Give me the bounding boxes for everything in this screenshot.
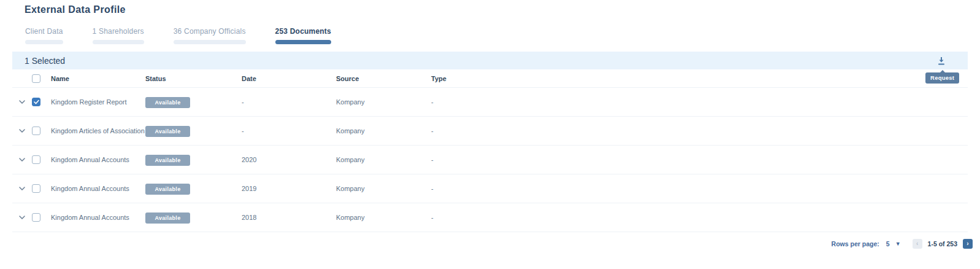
chevron-down-icon (19, 129, 25, 133)
table-row: Kingdom Articles of Association Availabl… (12, 117, 968, 146)
document-type: - (431, 156, 968, 163)
row-expand-button[interactable] (12, 100, 32, 104)
document-type: - (431, 214, 968, 221)
document-source: Kompany (336, 185, 431, 192)
pagination-range: 1-5 of 253 (928, 240, 957, 248)
row-checkbox[interactable] (32, 98, 40, 106)
document-name: Kingdom Annual Accounts (51, 185, 145, 192)
document-type: - (431, 98, 968, 106)
tab-label: Client Data (25, 27, 63, 36)
previous-page-button[interactable]: ‹ (913, 239, 922, 249)
tab-documents[interactable]: 253 Documents (264, 27, 342, 44)
table-row: Kingdom Annual Accounts Available 2020 K… (12, 146, 968, 174)
tab-label: 253 Documents (275, 27, 331, 36)
row-checkbox[interactable] (32, 155, 40, 164)
chevron-down-icon[interactable]: ▼ (895, 241, 901, 247)
selected-count: 1 Selected (25, 56, 65, 66)
document-source: Kompany (336, 127, 431, 134)
document-date: 2018 (242, 214, 336, 221)
document-name: Kingdom Annual Accounts (51, 214, 145, 221)
status-cell: Available (145, 96, 242, 108)
status-badge: Available (145, 184, 190, 195)
row-checkbox[interactable] (32, 213, 40, 222)
row-expand-button[interactable] (12, 129, 32, 133)
row-checkbox[interactable] (32, 184, 40, 193)
row-expand-button[interactable] (12, 158, 32, 162)
tab-label: 1 Shareholders (93, 27, 144, 36)
table-row: Kingdom Annual Accounts Available 2019 K… (12, 174, 968, 203)
table-row: Kingdom Register Report Available - Komp… (12, 88, 968, 117)
row-expand-button[interactable] (12, 187, 32, 190)
next-page-button[interactable]: › (963, 239, 973, 249)
document-source: Kompany (336, 156, 431, 163)
document-source: Kompany (336, 214, 431, 221)
status-cell: Available (145, 182, 242, 195)
chevron-down-icon (19, 100, 25, 104)
status-badge: Available (145, 97, 190, 108)
column-header-date: Date (242, 75, 336, 82)
tab-company-officials[interactable]: 36 Company Officials (163, 27, 257, 44)
download-button[interactable] (935, 54, 948, 68)
status-cell: Available (145, 125, 242, 137)
rows-per-page-value[interactable]: 5 (886, 240, 890, 248)
tab-underline (93, 40, 144, 44)
document-name: Kingdom Register Report (51, 98, 145, 106)
row-expand-button[interactable] (12, 216, 32, 219)
status-cell: Available (145, 211, 242, 224)
tab-underline (275, 40, 331, 44)
status-badge: Available (145, 155, 190, 166)
column-header-source: Source (336, 75, 431, 82)
download-icon (937, 57, 946, 66)
table-header-row: Name Status Date Source Type (12, 69, 968, 88)
document-date: 2020 (242, 156, 336, 163)
selection-bar: 1 Selected Request (12, 52, 968, 69)
document-name: Kingdom Annual Accounts (51, 156, 145, 163)
document-type: - (431, 185, 968, 192)
pagination-bar: Rows per page: 5 ▼ ‹ 1-5 of 253 › (0, 239, 973, 249)
chevron-down-icon (19, 216, 25, 219)
document-type: - (431, 127, 968, 134)
document-date: 2019 (242, 185, 336, 192)
table-body: Kingdom Register Report Available - Komp… (0, 88, 980, 232)
document-source: Kompany (336, 98, 431, 106)
row-checkbox[interactable] (32, 127, 40, 135)
document-date: - (242, 98, 336, 106)
document-date: - (242, 127, 336, 134)
status-badge: Available (145, 126, 190, 137)
rows-per-page-label: Rows per page: (832, 240, 879, 248)
column-header-name: Name (51, 75, 145, 82)
chevron-right-icon: › (967, 241, 968, 247)
select-all-checkbox[interactable] (32, 74, 40, 83)
tab-client-data[interactable]: Client Data (14, 27, 74, 44)
document-name: Kingdom Articles of Association (51, 127, 145, 134)
status-badge: Available (145, 212, 190, 224)
check-icon (34, 99, 39, 104)
tab-bar: Client Data 1 Shareholders 36 Company Of… (14, 27, 980, 44)
chevron-left-icon: ‹ (916, 241, 918, 247)
chevron-down-icon (19, 187, 25, 190)
table-row: Kingdom Annual Accounts Available 2018 K… (12, 203, 968, 232)
status-cell: Available (145, 154, 242, 166)
tab-label: 36 Company Officials (174, 27, 246, 36)
column-header-type: Type (431, 75, 968, 82)
tab-underline (174, 40, 246, 44)
page-title: External Data Profile (25, 4, 980, 15)
request-tooltip: Request (925, 72, 959, 84)
tab-underline (25, 40, 63, 44)
column-header-status: Status (145, 75, 242, 82)
chevron-down-icon (19, 158, 25, 162)
tab-shareholders[interactable]: 1 Shareholders (82, 27, 155, 44)
